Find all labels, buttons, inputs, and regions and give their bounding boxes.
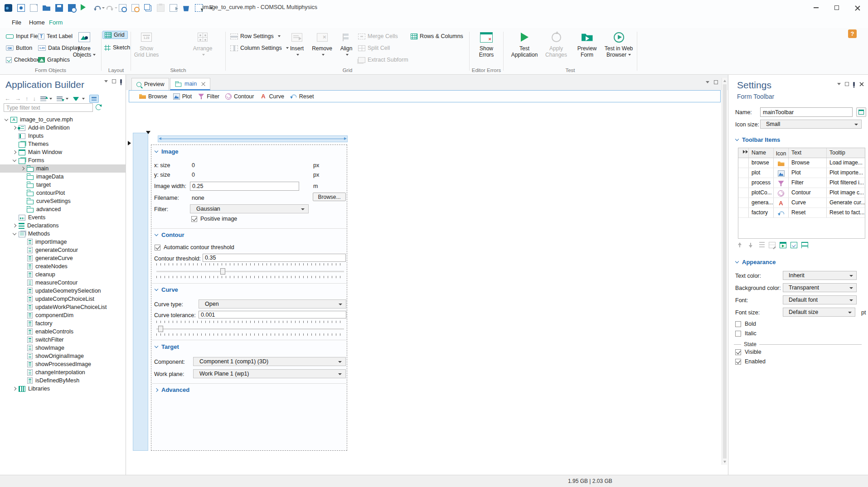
tree-item-importImage[interactable]: importImage	[0, 238, 126, 246]
section-curve[interactable]: Curve	[155, 286, 178, 293]
slider-track[interactable]	[156, 268, 344, 275]
expander-icon[interactable]	[13, 126, 16, 130]
grid-column-strip[interactable]	[133, 133, 148, 451]
auto-threshold-checkbox[interactable]: Automatic contour threshold	[155, 244, 234, 251]
collapse-tree-button[interactable]	[57, 96, 68, 101]
column-header-tooltip[interactable]: Tooltip	[827, 148, 865, 158]
section-contour[interactable]: Contour	[155, 231, 184, 238]
tab-main[interactable]: main	[170, 78, 210, 90]
align-button[interactable]: Align	[337, 30, 356, 58]
column-header-text[interactable]: Text	[789, 148, 827, 158]
qat-button-redo[interactable]	[106, 4, 114, 12]
image-width-input[interactable]	[190, 182, 299, 191]
tree-item-form-contourplot[interactable]: contourPlot	[0, 189, 126, 197]
expander-icon[interactable]	[13, 150, 16, 154]
tree-item-enableControls[interactable]: enableControls	[0, 328, 126, 336]
section-toolbar-items[interactable]: Toolbar Items	[736, 136, 780, 143]
sketch-mode-button[interactable]: Sketch	[104, 43, 130, 52]
contour-threshold-input[interactable]	[203, 254, 346, 262]
tree-item-themes[interactable]: Themes	[0, 140, 126, 148]
font-dropdown[interactable]: Default font	[783, 295, 857, 304]
checkbox-object-button[interactable]: Checkbox	[6, 56, 39, 64]
graphics-object-button[interactable]: Graphics	[38, 56, 70, 64]
input-field-button[interactable]: Input Field	[6, 32, 42, 40]
tree-filter-button[interactable]	[73, 97, 85, 101]
column-header-icon[interactable]: Icon	[774, 148, 789, 158]
section-image[interactable]: Image	[155, 148, 179, 155]
qat-button-preview-doc[interactable]	[119, 4, 126, 12]
show-grid-lines-button[interactable]: Show Grid Lines	[134, 30, 159, 58]
expand-tree-button[interactable]	[40, 96, 52, 101]
button-object-button[interactable]: Button	[6, 44, 32, 52]
bold-checkbox[interactable]: Bold	[735, 321, 756, 327]
tree-item-events[interactable]: Events	[0, 213, 126, 222]
rows-columns-button[interactable]: Rows & Columns	[411, 32, 463, 40]
expander-icon[interactable]	[13, 224, 16, 227]
tree-item-updateCompChoiceList[interactable]: updateCompChoiceList	[0, 295, 126, 303]
tree-item-form-advanced[interactable]: advanced	[0, 205, 126, 213]
name-input[interactable]	[760, 107, 853, 117]
tree-item-libraries[interactable]: Libraries	[0, 385, 126, 393]
work-plane-dropdown[interactable]: Work Plane 1 (wp1)	[193, 369, 346, 378]
edit-table-icon[interactable]	[769, 242, 776, 248]
section-advanced[interactable]: Advanced	[155, 386, 189, 393]
toolbar-item-row-factory[interactable]: factory Reset Reset to fact...	[738, 208, 865, 218]
panel-close-icon[interactable]	[859, 82, 864, 86]
contour-threshold-slider[interactable]	[156, 263, 344, 282]
remove-button[interactable]: Remove	[310, 30, 335, 58]
move-up-icon[interactable]: ↑	[25, 95, 29, 102]
close-button[interactable]	[847, 0, 868, 15]
panel-pin-icon[interactable]	[853, 82, 855, 86]
insert-button[interactable]: Insert	[286, 30, 308, 58]
tree-item-changeInterpolation[interactable]: changeInterpolation	[0, 368, 126, 376]
toolbar-item-row-browse[interactable]: browse Browse Load image...	[738, 158, 865, 168]
curve-tolerance-input[interactable]	[199, 311, 346, 318]
apply-changes-button[interactable]: Apply Changes	[542, 30, 570, 58]
toolbar-item-row-process[interactable]: process Filter Plot filtered i...	[738, 178, 865, 188]
icon-size-dropdown[interactable]: Small	[760, 120, 862, 129]
column-header-name[interactable]: Name	[749, 148, 774, 158]
tree-item-root[interactable]: image_to_curve.mph	[0, 116, 126, 124]
toolbar-button-reset[interactable]: Reset	[290, 93, 314, 100]
curve-tolerance-slider[interactable]	[156, 321, 344, 340]
scroll-down-icon[interactable]	[723, 461, 726, 463]
tree-item-form-main[interactable]: main	[0, 164, 126, 173]
toolbar-button-contour[interactable]: Contour	[225, 93, 254, 100]
toolbar-button-filter[interactable]: Filter	[198, 93, 219, 100]
tree-item-showProcessedImage[interactable]: showProcessedImage	[0, 360, 126, 368]
slider-thumb[interactable]	[158, 326, 163, 332]
scroll-up-icon[interactable]	[723, 80, 726, 82]
clear-table-icon[interactable]	[759, 242, 765, 248]
expander-icon[interactable]	[5, 117, 8, 121]
qat-button-copy[interactable]	[144, 4, 152, 12]
panel-pin-icon[interactable]	[120, 79, 122, 83]
form-grid-cell[interactable]: Image x: size 0 px y: size 0 px Image wi…	[151, 145, 347, 451]
toolbar-item-row-plot[interactable]: plot Plot Plot importe...	[738, 168, 865, 178]
merge-cells-button[interactable]: Merge Cells	[358, 32, 398, 40]
preview-dialog-icon[interactable]	[780, 242, 786, 248]
filter-input[interactable]	[4, 103, 93, 112]
visible-checkbox[interactable]: Visible	[735, 349, 761, 355]
more-objects-button[interactable]: More Objects	[72, 30, 97, 58]
qat-button-preview-doc-alt[interactable]	[131, 4, 139, 12]
tree-item-forms[interactable]: Forms	[0, 156, 126, 164]
tree-item-declarations[interactable]: Declarations	[0, 222, 126, 230]
toolbar-items-table[interactable]: Name Icon Text Tooltip browse Browse Loa…	[738, 148, 865, 239]
toolbar-button-plot[interactable]: Plot	[173, 93, 192, 100]
tree-item-main-window[interactable]: Main Window	[0, 148, 126, 156]
test-in-web-browser-button[interactable]: Test in Web Browser	[602, 30, 635, 58]
split-cell-button[interactable]: Split Cell	[358, 44, 390, 52]
rename-button[interactable]	[856, 107, 866, 117]
component-dropdown[interactable]: Component 1 (comp1) (3D)	[193, 357, 346, 366]
slider-thumb[interactable]	[220, 268, 225, 275]
qat-button-select-region[interactable]	[195, 4, 203, 12]
qat-button-application-builder[interactable]	[17, 4, 25, 12]
panel-float-icon[interactable]	[112, 79, 116, 83]
tree-item-factory[interactable]: factory	[0, 319, 126, 328]
row-settings-button[interactable]: Row Settings	[230, 32, 281, 40]
tree-item-createNodes[interactable]: createNodes	[0, 262, 126, 270]
tree-item-updateWorkPlaneChoiceList[interactable]: updateWorkPlaneChoiceList	[0, 303, 126, 311]
tree-item-showImage[interactable]: showImage	[0, 344, 126, 352]
text-color-dropdown[interactable]: Inherit	[783, 271, 857, 280]
back-icon[interactable]: ←	[5, 95, 10, 102]
